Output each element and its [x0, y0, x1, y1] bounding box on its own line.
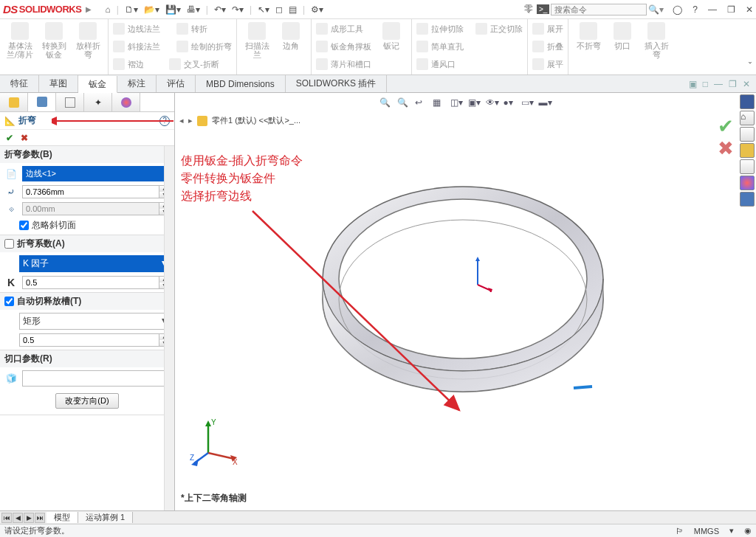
- flatten-button[interactable]: 展平: [532, 56, 563, 72]
- taskpane-home[interactable]: ⌂: [740, 111, 755, 125]
- taskpane-appearances[interactable]: [740, 176, 755, 190]
- section-rip-params[interactable]: 切口参数(R)ˆ: [0, 350, 174, 367]
- status-menu-icon[interactable]: ▾: [729, 526, 734, 536]
- new-icon[interactable]: 🗋▾: [125, 4, 138, 15]
- ok-button[interactable]: ✔: [6, 133, 13, 143]
- taskpane-resources[interactable]: [740, 94, 755, 109]
- rip-selection[interactable]: [22, 370, 170, 387]
- confirm-corner-cancel[interactable]: ✖: [718, 137, 734, 160]
- minimize-icon[interactable]: —: [708, 4, 717, 15]
- pm-help-icon[interactable]: ?: [159, 116, 170, 126]
- cancel-button[interactable]: ✖: [21, 133, 28, 143]
- doc-close-icon[interactable]: ✕: [743, 79, 750, 89]
- ribbon-collapse-icon[interactable]: ˇ: [749, 61, 752, 72]
- hem-button[interactable]: 褶边交叉-折断: [113, 56, 232, 72]
- allowance-method-dropdown[interactable]: K 因子▾: [19, 255, 170, 272]
- section-bend-allowance[interactable]: 折弯系数(A)ˆ: [0, 235, 174, 252]
- taskpane-custom-props[interactable]: [740, 192, 755, 207]
- taskpane-file-explorer[interactable]: [740, 143, 755, 158]
- display-style-icon[interactable]: ▣▾: [468, 97, 481, 111]
- maximize-icon[interactable]: ❐: [727, 4, 735, 15]
- simple-hole-button[interactable]: 简单直孔: [416, 38, 523, 55]
- k-factor-input[interactable]: ▲▼: [22, 276, 170, 289]
- property-tab[interactable]: [28, 93, 56, 111]
- edge-flange-button[interactable]: 边线法兰转折: [113, 21, 232, 37]
- search-go-icon[interactable]: 🔍▾: [648, 4, 664, 15]
- gusset-button[interactable]: 钣金角撑板: [316, 38, 371, 55]
- viewport-layout-icon[interactable]: ▣: [689, 79, 697, 89]
- save-icon[interactable]: 💾▾: [165, 4, 181, 15]
- unfold-button[interactable]: 展开: [532, 21, 563, 37]
- taskpane-view-palette[interactable]: [740, 159, 755, 174]
- user-icon[interactable]: ◯: [673, 4, 682, 15]
- home-icon[interactable]: ⌂: [105, 4, 110, 15]
- bend-radius-input[interactable]: ▲▼: [22, 185, 170, 198]
- search-scope[interactable]: 零: [520, 1, 537, 17]
- doc-icon[interactable]: ▤: [289, 4, 297, 15]
- select-icon[interactable]: ↖▾: [258, 4, 269, 15]
- extruded-cut-button[interactable]: 拉伸切除正交切除: [416, 21, 523, 37]
- tab-features[interactable]: 特征: [0, 75, 39, 92]
- section-auto-relief[interactable]: 自动切释放槽(T)ˆ: [0, 293, 174, 310]
- fold-button[interactable]: 折叠: [532, 38, 563, 55]
- tab-prev-icon[interactable]: ◀: [13, 513, 23, 523]
- breadcrumb[interactable]: ◂▸ 零件1 (默认) <<默认>_...: [179, 115, 300, 126]
- convert-sheetmetal-button[interactable]: 转换到钣金: [38, 21, 69, 59]
- render-icon[interactable]: ▬▾: [539, 97, 552, 111]
- edge-selection[interactable]: 边线<1>: [22, 166, 170, 181]
- taskpane-design-lib[interactable]: [740, 127, 755, 142]
- open-icon[interactable]: 📂▾: [144, 4, 159, 15]
- tab-last-icon[interactable]: ⏭: [35, 513, 45, 523]
- tab-sheetmetal[interactable]: 钣金: [78, 76, 117, 93]
- doc-minimize-icon[interactable]: —: [714, 79, 723, 89]
- undo-icon[interactable]: ↶▾: [214, 4, 226, 15]
- section-bend-params[interactable]: 折弯参数(B)ˆ: [0, 146, 174, 163]
- status-units[interactable]: MMGS: [694, 527, 719, 536]
- dimxpert-tab[interactable]: ✦: [84, 93, 112, 111]
- bottom-tab-model[interactable]: 模型: [47, 512, 78, 523]
- config-tab[interactable]: [56, 93, 84, 111]
- tab-evaluate[interactable]: 评估: [157, 75, 196, 92]
- tab-addins[interactable]: SOLIDWORKS 插件: [286, 75, 388, 92]
- appearance-tab[interactable]: [112, 93, 140, 111]
- appearance-icon[interactable]: ●▾: [504, 97, 517, 111]
- zoom-area-icon[interactable]: 🔍: [397, 97, 410, 111]
- viewport-single-icon[interactable]: □: [703, 79, 708, 89]
- ignore-bevel-checkbox[interactable]: 忽略斜切面: [4, 219, 170, 232]
- tab-first-icon[interactable]: ⏮: [1, 513, 12, 523]
- rebuild-icon[interactable]: ◻: [275, 4, 283, 15]
- panel-scrollbar[interactable]: [164, 146, 174, 510]
- section-view-icon[interactable]: ▦: [433, 97, 446, 111]
- status-custom-icon[interactable]: ◉: [744, 526, 752, 536]
- close-icon[interactable]: ✕: [746, 4, 753, 15]
- insert-bends-button[interactable]: 插入折弯: [641, 21, 672, 59]
- relief-type-dropdown[interactable]: 矩形▾: [19, 313, 170, 330]
- tab-slot-button[interactable]: 薄片和槽口: [316, 56, 371, 72]
- doc-restore-icon[interactable]: ❐: [729, 79, 737, 89]
- redo-icon[interactable]: ↷▾: [232, 4, 244, 15]
- vent-button[interactable]: 通风口: [416, 56, 523, 72]
- bottom-tab-motion[interactable]: 运动算例 1: [78, 512, 133, 523]
- relief-ratio-input[interactable]: ▲▼: [19, 333, 170, 347]
- zoom-fit-icon[interactable]: 🔍: [379, 97, 393, 111]
- sheetmetal-note-button[interactable]: 钣记: [376, 21, 407, 73]
- change-direction-button[interactable]: 改变方向(D): [55, 393, 118, 409]
- hide-show-icon[interactable]: 👁▾: [486, 97, 499, 111]
- status-flag-icon[interactable]: 🏳: [676, 527, 684, 536]
- tab-mbd[interactable]: MBD Dimensions: [196, 75, 286, 92]
- expand-icon[interactable]: ▶: [86, 5, 92, 13]
- prev-view-icon[interactable]: ↩: [415, 97, 428, 111]
- corners-button[interactable]: 边角: [275, 21, 306, 59]
- tab-annotate[interactable]: 标注: [117, 75, 157, 92]
- tab-sketch[interactable]: 草图: [39, 75, 78, 92]
- no-bend-button[interactable]: 不折弯: [573, 21, 604, 59]
- graphics-viewport[interactable]: 🔍 🔍 ↩ ▦ ◫▾ ▣▾ 👁▾ ●▾ ▭▾ ▬▾ ◂▸ 零件1 (默认) <<…: [175, 93, 756, 510]
- swept-flange-button[interactable]: 扫描法兰: [241, 21, 272, 59]
- print-icon[interactable]: 🖶▾: [187, 4, 200, 15]
- miter-flange-button[interactable]: 斜接法兰绘制的折弯: [113, 38, 232, 55]
- rip-button[interactable]: 切口: [607, 21, 638, 59]
- view-orient-icon[interactable]: ◫▾: [450, 97, 464, 111]
- lofted-bend-button[interactable]: 放样折弯: [72, 21, 103, 59]
- tab-next-icon[interactable]: ▶: [24, 513, 34, 523]
- feature-tree-tab[interactable]: [0, 93, 28, 111]
